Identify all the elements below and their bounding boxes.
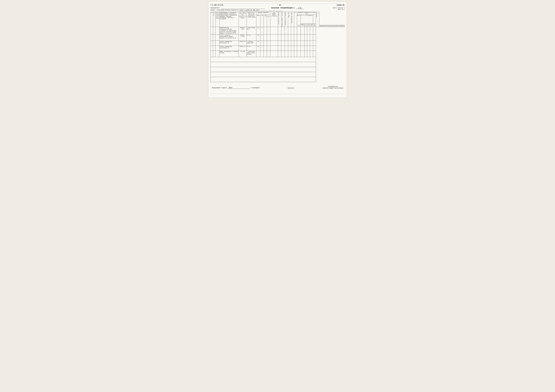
cell-row5-col13 [291, 51, 294, 57]
empty-cell [211, 72, 316, 77]
header-q3: III [310, 24, 313, 25]
table-row-empty [211, 72, 344, 77]
cell-row1-col7l [264, 27, 267, 35]
cell-row2-col12 [288, 35, 291, 41]
cell-row2-col16 [301, 35, 304, 41]
header-col8: Код оборудо-вания, материалов [270, 12, 278, 27]
cell-row4-col20 [313, 46, 316, 51]
cell-row4-col17 [304, 46, 307, 51]
cell-row4-col7c: I [260, 46, 264, 51]
cell-row1-col20 [313, 27, 316, 35]
cell-row3-col13 [291, 41, 294, 46]
header-col11: Потребность на комплекс [285, 12, 288, 27]
cell-row4-col14 [294, 46, 297, 51]
header-col10: Стоимость единиц. тыс.руб. [281, 12, 285, 27]
cell-row1-col4: Переключатель универсальный для установк… [219, 27, 239, 35]
table-row: Лампа сигнальная с зеленой линзой АС 220… [211, 51, 344, 57]
cell-row5-col16 [301, 51, 304, 57]
cell-row4-col15 [297, 46, 301, 51]
cell-row2-col2 [213, 35, 215, 41]
cell-row5-col1 [211, 51, 213, 57]
cell-row4-col4: Кнопка управления, исполнение 24 [219, 46, 239, 51]
cell-row2-col17 [304, 35, 307, 41]
cell-row2-col15 [297, 35, 301, 41]
cell-row4-col5: КЕОII-У3 [239, 46, 247, 51]
cell-row5-col5: АС 220 [239, 51, 247, 57]
cell-row2-col18 [307, 35, 310, 41]
cell-row3-col7c: I [260, 41, 264, 46]
rownum-1: I [297, 25, 301, 27]
cell-row1-col7n: шт [256, 27, 260, 35]
order-spec-label: ЗАКАЗНАЯ СПЕЦИФИКАЦИЯ № [271, 7, 295, 9]
cell-row2-col11 [285, 35, 288, 41]
cell-row5-col14 [294, 51, 297, 57]
cell-row3-col12 [288, 41, 291, 46]
cell-row1-col2 [213, 27, 215, 35]
cell-row1-col1 [211, 27, 213, 35]
cell-row3-col10 [281, 41, 285, 46]
cell-row5-col6: г.Ленинград завод элект-ропульт [247, 51, 256, 57]
cell-row5-col12 [288, 51, 291, 57]
cell-row2-col7c: I [260, 35, 264, 41]
header-total: Всего [297, 15, 301, 25]
cell-row3-col19 [310, 41, 313, 46]
cell-row1-col19 [310, 27, 313, 35]
cell-row3-col1 [211, 41, 213, 46]
cell-row1-col18 [307, 27, 310, 35]
cell-row3-col9 [278, 41, 281, 46]
sheets-total: Всего листов 2 [333, 7, 344, 9]
cell-row1-col9 [278, 27, 281, 35]
cell-row5-col4: Лампа сигнальная с зеленой линзой [219, 51, 239, 57]
cell-row2-col7n: шт [256, 35, 260, 41]
footer-section: Заведующий отделом 𝒴𝓮𝓲𝓮 /Б.Фрейдин/ Зака… [211, 86, 344, 89]
cell-row2-col19 [310, 35, 313, 41]
header-col3: № п/п нолог схеме место уста-новки [215, 12, 219, 27]
cell-row2-col3 [215, 35, 219, 41]
cell-row1-col17 [304, 27, 307, 35]
table-row-empty [211, 67, 344, 72]
header-lom: лом д [264, 15, 267, 27]
cell-row5-col7n [256, 51, 260, 57]
company-label: Предприятие [211, 7, 221, 9]
cell-row5-col19 [310, 51, 313, 57]
header-total2: Всего [301, 24, 304, 25]
table-row: Кнопка управления, исполнение 23 КЕОII-У… [211, 41, 344, 46]
table-row-empty [211, 77, 344, 82]
cell-row1-col5: УП5311-С225 [239, 27, 247, 35]
doc-number: Т.п.261-12-173 [211, 4, 223, 6]
cell-row3-col11 [285, 41, 288, 46]
header-col20: Всего общ. [316, 12, 319, 27]
cell-row4-col6: То же [247, 46, 256, 51]
cell-row2-col9 [278, 35, 281, 41]
cell-row2-col6: То же [247, 35, 256, 41]
cell-row2-col7lk [267, 35, 270, 41]
main-table: № № поз № п/п нолог схеме место уста-нов… [211, 12, 344, 82]
header-unit: Единица измерения [256, 12, 270, 15]
header-lnak: л нак [267, 15, 270, 27]
cell-row2-col13 [291, 35, 294, 41]
header-col1: № [211, 12, 213, 27]
cell-row5-col18 [307, 51, 310, 57]
header-q2: II [307, 24, 310, 25]
footer-manager: Заведующий отделом 𝒴𝓮𝓲𝓮 /Б.Фрейдин/ [212, 86, 260, 89]
rownum-3: 3 [304, 25, 307, 27]
table-row: Переключатель универсальный для установк… [211, 27, 344, 35]
table-row-empty [211, 62, 344, 67]
footer-customer: Заказчик: [287, 87, 295, 89]
cell-row5-col10 [281, 51, 285, 57]
head-label: Руководитель [322, 86, 343, 87]
cell-row4-col11 [285, 46, 288, 51]
cell-row1-col3 [215, 27, 219, 35]
company-value [221, 7, 265, 9]
cell-row5-col7c [260, 51, 264, 57]
header-col14: 14 [294, 12, 297, 27]
rownum-7: 7 [319, 25, 321, 27]
empty-cell [211, 62, 316, 67]
cell-row1-col12 [288, 27, 291, 35]
header-unit-code: код [260, 15, 264, 27]
rownum-20 [344, 25, 344, 27]
cell-row3-col7n: шт [256, 41, 260, 46]
rownum-18: I8 [340, 25, 342, 27]
header-q1: I [304, 24, 307, 25]
document-page: Т.п.261-12-173 43 15964-05 Предприятие О… [208, 1, 347, 98]
